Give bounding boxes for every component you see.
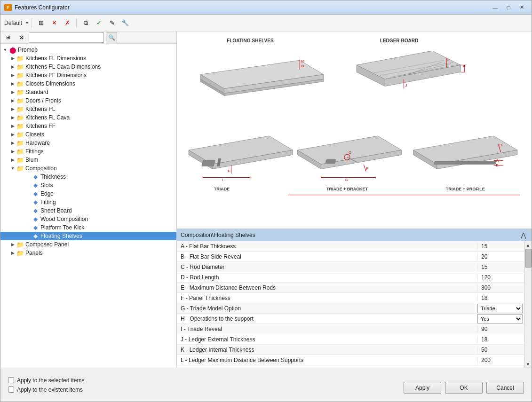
search-button[interactable]: 🔍: [106, 32, 117, 43]
search-input[interactable]: [29, 32, 104, 43]
scroll-track[interactable]: [524, 249, 532, 360]
tree-node-closets-dim[interactable]: ▶ 📁 Closets Dimensions: [0, 79, 176, 88]
icon-kitchens-ff: 📁: [16, 122, 24, 130]
icon-kitchens-fl-cava2: 📁: [16, 114, 24, 121]
expander-doors-fronts[interactable]: ▶: [9, 96, 16, 105]
tree-node-platform-toe-kick[interactable]: ▶ ◆ Platform Toe Kick: [0, 223, 176, 232]
expander-kitchens-ff-dim[interactable]: ▶: [9, 71, 16, 79]
expander-kitchens-fl-cava[interactable]: ▶: [9, 63, 16, 71]
label-G: G: [345, 178, 348, 182]
props-select-g[interactable]: Triade Triade + Bracket Triade + Profile: [477, 304, 523, 313]
tree-node-promob[interactable]: ▼ ⬤ Promob: [0, 46, 176, 54]
tree-node-kitchens-fl-cava2[interactable]: ▶ 📁 Kitchens FL Cava: [0, 113, 176, 122]
toolbar-btn-cross[interactable]: ✕: [48, 17, 60, 29]
tree-node-kitchens-ff-dim[interactable]: ▶ 📁 Kitchens FF Dimensions: [0, 71, 176, 79]
window-controls: — □ ✕: [489, 3, 528, 12]
props-value-e: 300: [477, 284, 524, 291]
icon-kitchens-fl-cava: 📁: [16, 63, 24, 71]
label-composition: Composition: [25, 165, 57, 172]
close-button[interactable]: ✕: [516, 3, 528, 12]
scroll-up-btn[interactable]: ▲: [524, 241, 532, 249]
expander-composed-panel[interactable]: ▶: [9, 240, 16, 249]
tree-node-sheet-board[interactable]: ▶ ◆ Sheet Board: [0, 206, 176, 215]
expander-promob[interactable]: ▼: [1, 46, 9, 54]
tree-node-fitting[interactable]: ▶ ◆ Fitting: [0, 198, 176, 206]
toolbar-btn-x2[interactable]: ✗: [62, 17, 73, 29]
checkbox-label-selected[interactable]: Apply to the selected items: [17, 377, 84, 384]
minimize-button[interactable]: —: [489, 3, 501, 12]
tree-node-composed-panel[interactable]: ▶ 📁 Composed Panel: [0, 240, 176, 249]
expander-kitchens-fl-cava2[interactable]: ▶: [9, 113, 16, 122]
toolbar-btn-copy[interactable]: ⧉: [80, 17, 91, 29]
maximize-button[interactable]: □: [502, 3, 515, 12]
tree-node-blum[interactable]: ▶ 📁 Blum: [0, 156, 176, 164]
icon-closets-dim: 📁: [16, 80, 24, 87]
toolbar-btn-check[interactable]: ✓: [93, 17, 104, 29]
icon-floating-shelves: ◆: [32, 232, 39, 240]
icon-fitting: ◆: [32, 198, 39, 206]
tree-node-slots[interactable]: ▶ ◆ Slots: [0, 181, 176, 189]
props-row-l: L - Ledger Maximum Distance Between Supp…: [177, 355, 524, 365]
props-label-h: H - Operations to the support: [177, 315, 477, 322]
label-E: E: [228, 169, 231, 173]
ok-button[interactable]: OK: [445, 382, 483, 394]
expander-fittings[interactable]: ▶: [9, 147, 16, 156]
label-closets-dim: Closets Dimensions: [25, 80, 75, 87]
tree-node-thickness[interactable]: ▶ ◆ Thickness: [0, 173, 176, 181]
expander-standard[interactable]: ▶: [9, 88, 16, 96]
tree-node-floating-shelves[interactable]: ▶ ◆ Floating Shelves: [0, 232, 176, 240]
title-bar-left: F Features Configurator: [4, 4, 70, 11]
diagram-svg: FLOATING SHELVES LEDGER BOARD: [177, 32, 532, 229]
svg-rect-42: [434, 161, 496, 164]
label-N: N: [301, 64, 304, 68]
cancel-button[interactable]: Cancel: [486, 382, 524, 394]
scroll-thumb[interactable]: [525, 249, 532, 268]
diagram-area: FLOATING SHELVES LEDGER BOARD: [177, 32, 532, 229]
props-scrollbar[interactable]: ▲ ▼: [524, 241, 532, 368]
tree-node-kitchens-fl-dim[interactable]: ▶ 📁 Kitchens FL Dimensions: [0, 54, 176, 63]
tree-node-panels[interactable]: ▶ 📁 Panels: [0, 249, 176, 257]
action-buttons: Apply OK Cancel: [404, 382, 524, 394]
expander-kitchens-fl[interactable]: ▶: [9, 105, 16, 113]
expander-closets-dim[interactable]: ▶: [9, 79, 16, 88]
right-panel: FLOATING SHELVES LEDGER BOARD: [177, 32, 532, 368]
toolbar-btn-edit[interactable]: ✎: [106, 17, 118, 29]
props-collapse-btn[interactable]: ⋀: [518, 230, 528, 240]
toolbar-dropdown-arrow[interactable]: ▾: [26, 20, 28, 25]
checkbox-selected-items[interactable]: [8, 377, 14, 383]
expander-closets[interactable]: ▶: [9, 130, 16, 139]
tree-node-closets[interactable]: ▶ 📁 Closets: [0, 130, 176, 139]
expander-panels[interactable]: ▶: [9, 249, 16, 257]
expander-kitchens-fl-dim[interactable]: ▶: [9, 54, 16, 63]
tree-node-wood-composition[interactable]: ▶ ◆ Wood Composition: [0, 215, 176, 223]
window-title: Features Configurator: [15, 4, 70, 11]
app-icon: F: [4, 4, 12, 11]
props-row-j: J - Ledger External Thickness 18: [177, 334, 524, 345]
toolbar-btn-tool[interactable]: 🔧: [119, 17, 131, 29]
tree-btn-2[interactable]: ⊠: [16, 32, 27, 43]
tree-node-kitchens-ff[interactable]: ▶ 📁 Kitchens FF: [0, 122, 176, 130]
scroll-down-btn[interactable]: ▼: [524, 360, 532, 368]
expander-composition[interactable]: ▼: [9, 164, 16, 173]
tree-node-standard[interactable]: ▶ 📁 Standard: [0, 88, 176, 96]
label-edge: Edge: [40, 190, 54, 197]
props-label-e: E - Maximum Distance Between Rods: [177, 284, 477, 291]
checkbox-existent-items[interactable]: [8, 386, 14, 393]
tree-node-edge[interactable]: ▶ ◆ Edge: [0, 189, 176, 198]
tree-node-kitchens-fl-cava[interactable]: ▶ 📁 Kitchens FL Cava Dimensions: [0, 63, 176, 71]
tree-node-composition[interactable]: ▼ 📁 Composition: [0, 164, 176, 173]
tree-node-hardware[interactable]: ▶ 📁 Hardware: [0, 139, 176, 147]
expander-hardware[interactable]: ▶: [9, 139, 16, 147]
tree-node-doors-fronts[interactable]: ▶ 📁 Doors / Fronts: [0, 96, 176, 105]
tree-node-fittings[interactable]: ▶ 📁 Fittings: [0, 147, 176, 156]
label-kitchens-fl: Kitchens FL: [25, 106, 55, 112]
apply-button[interactable]: Apply: [404, 382, 441, 394]
expander-kitchens-ff[interactable]: ▶: [9, 122, 16, 130]
label-kitchens-fl-dim: Kitchens FL Dimensions: [25, 55, 86, 62]
toolbar-btn-grid[interactable]: ⊞: [35, 17, 47, 29]
expander-blum[interactable]: ▶: [9, 156, 16, 164]
tree-btn-1[interactable]: ⊞: [2, 32, 14, 43]
props-select-h[interactable]: Yes No: [477, 314, 523, 323]
checkbox-label-existent[interactable]: Apply to the existent items: [17, 386, 83, 393]
tree-node-kitchens-fl[interactable]: ▶ 📁 Kitchens FL: [0, 105, 176, 113]
